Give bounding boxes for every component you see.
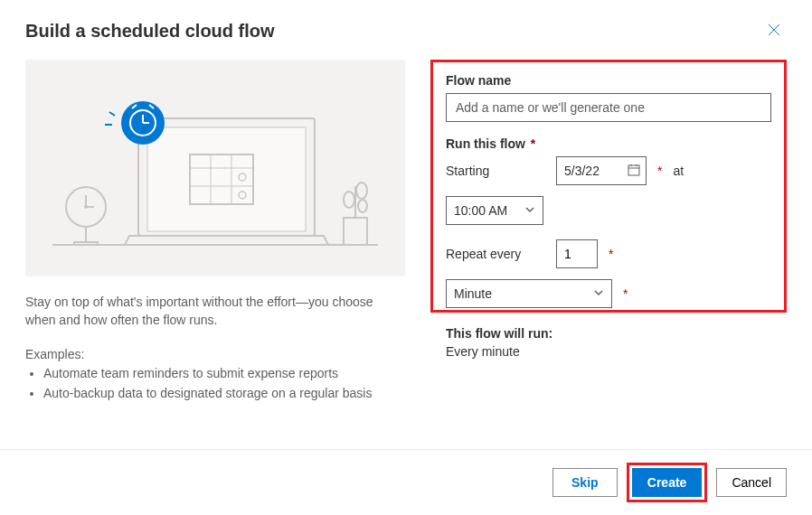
svg-rect-1	[74, 242, 98, 245]
illustration	[25, 60, 405, 276]
svg-line-23	[109, 112, 115, 116]
example-item: Auto-backup data to designated storage o…	[43, 383, 405, 403]
create-button[interactable]: Create	[632, 468, 703, 497]
close-icon	[767, 23, 781, 40]
at-label: at	[673, 164, 684, 178]
starting-time-input[interactable]: 10:00 AM	[446, 196, 543, 225]
flow-name-input[interactable]	[446, 93, 771, 122]
run-this-flow-label: Run this flow *	[446, 136, 771, 151]
chevron-down-icon	[524, 203, 535, 218]
svg-point-27	[356, 183, 367, 199]
close-button[interactable]	[761, 18, 787, 43]
description-text: Stay on top of what's important without …	[25, 293, 405, 329]
summary-label: This flow will run:	[446, 326, 771, 341]
examples-list: Automate team reminders to submit expens…	[25, 363, 405, 403]
repeat-every-label: Repeat every	[446, 247, 545, 261]
unit-value: Minute	[454, 286, 492, 301]
required-marker: *	[623, 286, 628, 301]
required-marker: *	[657, 164, 662, 178]
dialog-footer: Skip Create Cancel	[0, 449, 812, 515]
calendar-icon	[628, 164, 640, 179]
skip-button[interactable]: Skip	[552, 468, 618, 497]
dialog-title: Build a scheduled cloud flow	[25, 21, 275, 42]
starting-label: Starting	[446, 164, 545, 178]
examples-heading: Examples:	[25, 347, 405, 361]
repeat-unit-select[interactable]: Minute	[446, 279, 612, 308]
svg-point-26	[344, 192, 354, 208]
form-panel: Flow name Run this flow * Starting 5/3/2…	[430, 60, 787, 313]
svg-point-28	[358, 200, 367, 212]
date-value: 5/3/22	[564, 164, 600, 178]
summary-text: Every minute	[446, 344, 771, 359]
repeat-count-input[interactable]	[556, 239, 598, 268]
example-item: Automate team reminders to submit expens…	[43, 363, 405, 383]
create-highlight: Create	[627, 463, 708, 502]
svg-rect-29	[628, 165, 639, 175]
cancel-button[interactable]: Cancel	[716, 468, 787, 497]
required-marker: *	[609, 247, 613, 261]
time-value: 10:00 AM	[454, 203, 507, 218]
flow-name-label: Flow name	[446, 73, 771, 88]
starting-date-input[interactable]: 5/3/22	[556, 156, 647, 185]
svg-rect-8	[147, 127, 306, 231]
svg-rect-24	[344, 218, 367, 245]
chevron-down-icon	[593, 286, 604, 301]
